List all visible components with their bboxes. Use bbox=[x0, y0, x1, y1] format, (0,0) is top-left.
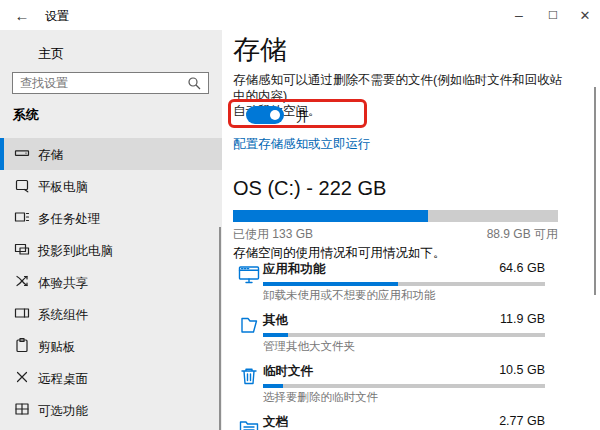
home-label: 主页 bbox=[38, 45, 64, 63]
storage-category-row[interactable]: 文档2.77 GB bbox=[233, 414, 558, 430]
sidebar-item-label: 多任务处理 bbox=[38, 211, 101, 228]
sidebar-item-home[interactable]: 主页 bbox=[0, 38, 222, 66]
documents-icon bbox=[238, 416, 260, 430]
drive-usage-labels: 已使用 133 GB 88.9 GB 可用 bbox=[233, 226, 558, 243]
storage-page: 存储 存储感知可以通过删除不需要的文件(例如临时文件和回收站中的内容) 自动释放… bbox=[222, 30, 600, 430]
category-usage-bar bbox=[263, 282, 545, 286]
drive-icon bbox=[14, 145, 30, 165]
multitask-icon bbox=[14, 209, 30, 229]
window-title: 设置 bbox=[45, 8, 69, 25]
title-bar: ← 设置 – ☐ ✕ bbox=[0, 0, 600, 30]
folder-icon bbox=[238, 314, 260, 336]
search-icon bbox=[187, 76, 202, 91]
project-icon bbox=[14, 241, 30, 261]
category-description: 卸载未使用或不想要的应用和功能 bbox=[263, 288, 436, 303]
category-size: 11.9 GB bbox=[500, 312, 545, 326]
optional-icon bbox=[14, 401, 30, 421]
remote-icon bbox=[14, 369, 30, 389]
sidebar-nav-list: 存储平板电脑多任务处理投影到此电脑体验共享系统组件剪贴板远程桌面可选功能 bbox=[0, 138, 222, 426]
sidebar-item-0[interactable]: 存储 bbox=[0, 138, 222, 170]
storage-category-row[interactable]: 应用和功能64.6 GB卸载未使用或不想要的应用和功能 bbox=[233, 261, 558, 296]
sidebar-item-1[interactable]: 平板电脑 bbox=[0, 170, 222, 202]
drive-usage-bar bbox=[233, 210, 558, 222]
maximize-button[interactable]: ☐ bbox=[536, 0, 570, 30]
sidebar-item-label: 系统组件 bbox=[38, 307, 88, 324]
sidebar-item-label: 剪贴板 bbox=[38, 339, 76, 356]
close-button[interactable]: ✕ bbox=[568, 0, 600, 30]
drive-used-label: 已使用 133 GB bbox=[233, 227, 313, 241]
category-name: 其他 bbox=[263, 312, 288, 329]
category-size: 2.77 GB bbox=[499, 414, 545, 428]
sidebar-section-system: 系统 bbox=[13, 106, 39, 124]
storage-sense-toggle[interactable] bbox=[246, 106, 284, 124]
minimize-button[interactable]: – bbox=[502, 0, 536, 30]
search-box[interactable] bbox=[12, 72, 209, 94]
back-button[interactable]: ← bbox=[12, 5, 32, 25]
category-name: 临时文件 bbox=[263, 363, 313, 380]
category-size: 10.5 GB bbox=[499, 363, 545, 377]
category-list: 应用和功能64.6 GB卸载未使用或不想要的应用和功能其他11.9 GB管理其他… bbox=[233, 261, 558, 430]
sidebar-item-label: 远程桌面 bbox=[38, 371, 88, 388]
drive-title: OS (C:) - 222 GB bbox=[233, 177, 386, 200]
sidebar-item-8[interactable]: 可选功能 bbox=[0, 394, 222, 426]
category-usage-bar bbox=[263, 384, 545, 388]
tablet-icon bbox=[14, 177, 30, 197]
sidebar-item-3[interactable]: 投影到此电脑 bbox=[0, 234, 222, 266]
sidebar-item-4[interactable]: 体验共享 bbox=[0, 266, 222, 298]
sidebar-scrollbar[interactable] bbox=[219, 227, 221, 430]
category-size: 64.6 GB bbox=[499, 261, 545, 275]
drive-free-label: 88.9 GB 可用 bbox=[487, 226, 558, 243]
sidebar-item-label: 投影到此电脑 bbox=[38, 243, 113, 260]
sidebar-item-7[interactable]: 远程桌面 bbox=[0, 362, 222, 394]
storage-category-row[interactable]: 临时文件10.5 GB选择要删除的临时文件 bbox=[233, 363, 558, 398]
sidebar-item-label: 可选功能 bbox=[38, 403, 88, 420]
toggle-state-label: 开 bbox=[296, 108, 309, 126]
category-usage-bar bbox=[263, 333, 545, 337]
toggle-knob bbox=[270, 110, 280, 120]
sidebar-item-5[interactable]: 系统组件 bbox=[0, 298, 222, 330]
category-description: 管理其他大文件夹 bbox=[263, 339, 355, 354]
clipboard-icon bbox=[14, 337, 30, 357]
usage-heading: 存储空间的使用情况和可用情况如下。 bbox=[233, 245, 446, 262]
components-icon bbox=[14, 305, 30, 325]
category-description: 选择要删除的临时文件 bbox=[263, 390, 378, 405]
search-input[interactable] bbox=[20, 74, 180, 92]
category-name: 应用和功能 bbox=[263, 261, 326, 278]
share-icon bbox=[14, 273, 30, 293]
drive-usage-fill bbox=[233, 210, 428, 222]
sidebar-item-6[interactable]: 剪贴板 bbox=[0, 330, 222, 362]
sidebar-item-label: 存储 bbox=[38, 147, 63, 164]
trash-icon bbox=[238, 365, 260, 387]
configure-storage-sense-link[interactable]: 配置存储感知或立即运行 bbox=[233, 136, 371, 153]
sidebar-item-2[interactable]: 多任务处理 bbox=[0, 202, 222, 234]
storage-category-row[interactable]: 其他11.9 GB管理其他大文件夹 bbox=[233, 312, 558, 347]
page-title: 存储 bbox=[233, 32, 287, 68]
sidebar: 主页 系统 存储平板电脑多任务处理投影到此电脑体验共享系统组件剪贴板远程桌面可选… bbox=[0, 30, 222, 430]
content-scrollbar[interactable] bbox=[594, 87, 596, 295]
category-name: 文档 bbox=[263, 414, 288, 430]
sidebar-item-label: 平板电脑 bbox=[38, 179, 88, 196]
apps-icon bbox=[238, 263, 260, 285]
sidebar-item-label: 体验共享 bbox=[38, 275, 88, 292]
